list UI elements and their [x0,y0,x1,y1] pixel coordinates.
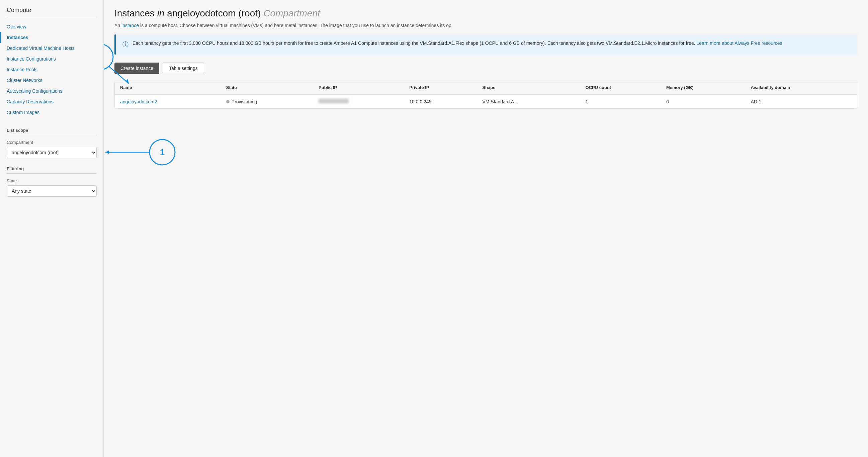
table-row: angeloyodotcom2 Provisioning 10.0.0.245 … [115,94,857,108]
instance-name-link[interactable]: angeloyodotcom2 [120,99,157,104]
sidebar-item-custom-images[interactable]: Custom Images [0,107,103,118]
sidebar-item-dedicated-vm-hosts[interactable]: Dedicated Virtual Machine Hosts [0,43,103,54]
state-dot-provisioning [226,100,229,103]
sidebar-item-overview[interactable]: Overview [0,22,103,32]
sidebar-item-cluster-networks[interactable]: Cluster Networks [0,75,103,86]
col-ocpu-count: OCPU count [580,81,661,94]
list-scope-title: List scope [7,128,97,133]
state-select[interactable]: Any state Running Stopped Provisioning T… [7,185,97,197]
cell-memory-gb: 6 [661,94,746,108]
cell-public-ip [313,94,404,108]
col-private-ip: Private IP [404,81,477,94]
state-badge: Provisioning [226,99,308,104]
col-state: State [221,81,313,94]
instance-link[interactable]: instance [121,23,139,28]
sidebar: Compute Overview Instances Dedicated Vir… [0,0,104,457]
list-scope-divider [7,135,97,135]
cell-name: angeloyodotcom2 [115,94,221,108]
list-scope-section: List scope Compartment angeloyodotcom (r… [0,128,103,158]
sidebar-item-capacity-reservations[interactable]: Capacity Reservations [0,96,103,107]
create-instance-button[interactable]: Create instance [115,63,159,74]
page-title-compartment-name: angeloyodotcom (root) [167,8,261,19]
annotation-circle-1 [150,139,175,165]
page-description: An instance is a compute host. Choose be… [115,22,857,29]
info-banner-text: Each tenancy gets the first 3,000 OCPU h… [132,40,782,47]
sidebar-title: Compute [0,7,103,18]
sidebar-nav: Overview Instances Dedicated Virtual Mac… [0,22,103,118]
cell-private-ip: 10.0.0.245 [404,94,477,108]
cell-availability-domain: AD-1 [745,94,857,108]
page-title-instances: Instances [115,8,155,19]
sidebar-divider [7,18,97,18]
annotation-arrowhead-1 [105,151,109,154]
sidebar-item-instance-configurations[interactable]: Instance Configurations [0,54,103,64]
instances-table-container: Name State Public IP Private IP Shape OC… [115,80,857,109]
table-settings-button[interactable]: Table settings [163,63,204,74]
col-public-ip: Public IP [313,81,404,94]
cell-ocpu-count: 1 [580,94,661,108]
compartment-select[interactable]: angeloyodotcom (root) [7,147,97,158]
filtering-section: Filtering State Any state Running Stoppe… [0,166,103,197]
col-availability-domain: Availability domain [745,81,857,94]
table-header-row: Name State Public IP Private IP Shape OC… [115,81,857,94]
main-content: Instances in angeloyodotcom (root) Compa… [104,0,868,457]
toolbar: Create instance Table settings [115,63,857,74]
annotation-number-1: 1 [160,147,165,157]
annotation-circle-2 [104,44,113,70]
page-title: Instances in angeloyodotcom (root) Compa… [115,8,857,19]
state-label: State [7,178,97,183]
cell-state: Provisioning [221,94,313,108]
info-icon: ⓘ [122,40,128,49]
col-name: Name [115,81,221,94]
col-memory-gb: Memory (GB) [661,81,746,94]
compartment-label: Compartment [7,140,97,145]
col-shape: Shape [477,81,580,94]
cell-shape: VM.Standard.A... [477,94,580,108]
sidebar-item-autoscaling[interactable]: Autoscaling Configurations [0,86,103,96]
public-ip-blurred [318,99,349,103]
filtering-title: Filtering [7,166,97,171]
sidebar-item-instances[interactable]: Instances [0,32,103,43]
learn-more-link[interactable]: Learn more about Always Free resources [697,40,782,46]
filtering-divider [7,173,97,174]
instances-table: Name State Public IP Private IP Shape OC… [115,81,857,108]
sidebar-item-instance-pools[interactable]: Instance Pools [0,64,103,75]
info-banner: ⓘ Each tenancy gets the first 3,000 OCPU… [115,34,857,55]
state-text: Provisioning [231,99,257,104]
